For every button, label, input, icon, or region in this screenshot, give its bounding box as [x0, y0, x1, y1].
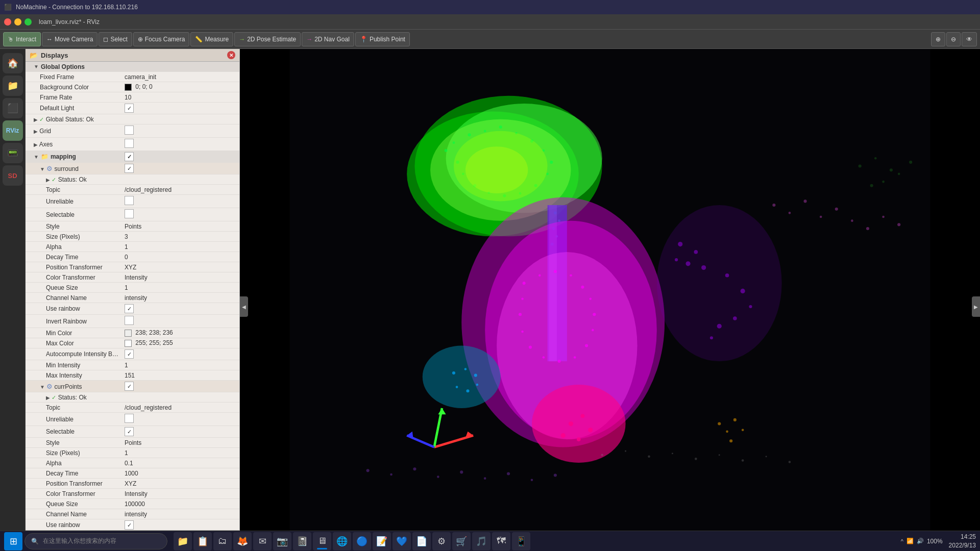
taskbar-app-browser2[interactable]: 🌐 [333, 532, 351, 550]
zoom-out-btn[interactable]: ⊖ [946, 32, 961, 46]
curr-size-value[interactable]: 1 [122, 449, 239, 457]
global-options-section[interactable]: ▼ Global Options [26, 62, 239, 72]
surround-max-intensity-value[interactable]: 151 [122, 371, 239, 380]
taskbar-app-file-mgr[interactable]: 🗂 [213, 532, 232, 550]
surround-alpha-value[interactable]: 1 [122, 243, 239, 251]
systray-speaker-icon[interactable]: 🔊 [917, 538, 924, 544]
taskbar-app-edge[interactable]: 🔵 [353, 532, 371, 550]
curr-pos-value[interactable]: XYZ [122, 480, 239, 488]
taskbar-app-settings[interactable]: ⚙ [432, 532, 451, 550]
window-close-btn[interactable] [4, 18, 11, 26]
surround-status-arrow[interactable]: ▶ [46, 177, 50, 183]
surround-selectable-checkbox[interactable] [125, 209, 134, 218]
surround-queue-value[interactable]: 1 [122, 284, 239, 292]
taskbar-app-store[interactable]: 🛒 [452, 532, 471, 550]
taskbar-app-music[interactable]: 🎵 [472, 532, 491, 550]
curr-alpha-value[interactable]: 0.1 [122, 459, 239, 467]
select-btn[interactable]: ◻ Select [99, 32, 132, 46]
currpoints-expand-arrow[interactable]: ▼ [40, 384, 45, 390]
surround-decay-value[interactable]: 0 [122, 253, 239, 261]
curr-style-value[interactable]: Points [122, 439, 239, 447]
measure-btn[interactable]: 📏 Measure [190, 32, 233, 46]
global-expand-arrow[interactable]: ▼ [34, 64, 39, 69]
currpoints-section[interactable]: ▼ ⚙ currPoints ✓ [26, 381, 239, 392]
surround-style-value[interactable]: Points [122, 222, 239, 231]
taskbar-app-phone[interactable]: 📱 [512, 532, 530, 550]
axes-row[interactable]: ▶ Axes [26, 138, 239, 151]
curr-topic-value[interactable]: /cloud_registered [122, 404, 239, 412]
displays-close-btn[interactable]: ✕ [227, 51, 235, 59]
taskbar-search[interactable]: 🔍 在这里输入你想搜索的内容 [24, 533, 167, 549]
taskbar-app-word[interactable]: 📄 [412, 532, 431, 550]
curr-rainbow-checkbox[interactable]: ✓ [125, 520, 134, 530]
app-icon-home[interactable]: 🏠 [3, 53, 23, 73]
taskbar-clock[interactable]: 14:25 2022/9/13 [949, 533, 976, 550]
app-icon-terminal2[interactable]: 📟 [3, 143, 23, 163]
curr-channel-value[interactable]: intensity [122, 510, 239, 518]
surround-rainbow-checkbox[interactable]: ✓ [125, 304, 134, 313]
surround-pos-value[interactable]: XYZ [122, 263, 239, 271]
mapping-section[interactable]: ▼ 📁 mapping ✓ [26, 151, 239, 163]
publish-point-btn[interactable]: 📍 Publish Point [355, 32, 410, 46]
curr-decay-value[interactable]: 1000 [122, 469, 239, 478]
surround-max-color-value[interactable]: 255; 255; 255 [122, 339, 239, 347]
default-light-value[interactable]: ✓ [122, 103, 239, 113]
app-icon-rviz[interactable]: RViz [3, 120, 23, 141]
taskbar-app-browser1[interactable]: 🦊 [233, 532, 252, 550]
surround-min-color-value[interactable]: 238; 238; 236 [122, 329, 239, 337]
curr-selectable-checkbox[interactable]: ✓ [125, 427, 134, 436]
move-camera-btn[interactable]: ↔ Move Camera [42, 32, 97, 46]
grid-checkbox[interactable] [125, 126, 134, 135]
grid-expand-arrow[interactable]: ▶ [34, 129, 38, 134]
taskbar-app-email[interactable]: ✉ [253, 532, 272, 550]
curr-queue-value[interactable]: 100000 [122, 500, 239, 508]
start-button[interactable]: ⊞ [4, 532, 22, 550]
curr-color-trans-value[interactable]: Intensity [122, 490, 239, 498]
surround-expand-arrow[interactable]: ▼ [40, 166, 45, 172]
app-icon-files[interactable]: 📁 [3, 76, 23, 96]
taskbar-app-notes[interactable]: 📓 [293, 532, 311, 550]
surround-topic-value[interactable]: /cloud_registered [122, 186, 239, 194]
mapping-checkbox[interactable]: ✓ [125, 152, 134, 161]
frame-rate-value[interactable]: 10 [122, 93, 239, 102]
surround-channel-value[interactable]: intensity [122, 294, 239, 302]
axes-expand-arrow[interactable]: ▶ [34, 142, 38, 147]
interact-btn[interactable]: 🖱 Interact [3, 32, 41, 46]
window-min-btn[interactable] [14, 18, 21, 26]
systray-expand-icon[interactable]: ^ [901, 538, 903, 544]
taskbar-app-vscode[interactable]: 💙 [393, 532, 411, 550]
surround-checkbox[interactable]: ✓ [125, 164, 134, 173]
fixed-frame-value[interactable]: camera_init [122, 73, 239, 81]
systray-battery-icon[interactable]: 100% [927, 538, 943, 545]
background-color-value[interactable]: 0; 0; 0 [122, 83, 239, 91]
systray-network-icon[interactable]: 📶 [906, 538, 914, 544]
focus-camera-btn[interactable]: ⊕ Focus Camera [133, 32, 190, 46]
surround-size-value[interactable]: 3 [122, 233, 239, 241]
curr-unreliable-checkbox[interactable] [125, 414, 134, 423]
taskbar-app-tasks[interactable]: 📋 [193, 532, 212, 550]
default-light-checkbox[interactable]: ✓ [125, 104, 134, 113]
taskbar-app-code[interactable]: 📝 [373, 532, 391, 550]
taskbar-app-files[interactable]: 📁 [174, 532, 192, 550]
right-panel-toggle[interactable]: ▶ [972, 296, 980, 317]
nav-goal-btn[interactable]: → 2D Nav Goal [302, 32, 354, 46]
pose-estimate-btn[interactable]: → 2D Pose Estimate [234, 32, 301, 46]
taskbar-app-maps[interactable]: 🗺 [492, 532, 510, 550]
status-expand-arrow[interactable]: ▶ [34, 117, 38, 122]
displays-scroll[interactable]: ▼ Global Options Fixed Frame camera_init… [26, 62, 239, 530]
view-options-btn[interactable]: 👁 [962, 32, 977, 46]
surround-unreliable-checkbox[interactable] [125, 196, 134, 205]
axes-checkbox[interactable] [125, 139, 134, 148]
surround-invert-checkbox[interactable] [125, 316, 134, 325]
surround-section[interactable]: ▼ ⚙ surround ✓ [26, 163, 239, 174]
currpoints-checkbox[interactable]: ✓ [125, 382, 134, 391]
zoom-fit-btn[interactable]: ⊕ [931, 32, 945, 46]
surround-min-intensity-value[interactable]: 1 [122, 361, 239, 369]
surround-autocompute-checkbox[interactable]: ✓ [125, 349, 134, 359]
3d-viewport[interactable]: ▶ [240, 49, 980, 551]
curr-status-arrow[interactable]: ▶ [46, 395, 50, 400]
left-panel-toggle[interactable]: ◀ [240, 296, 248, 317]
mapping-expand-arrow[interactable]: ▼ [34, 154, 39, 160]
global-status-row[interactable]: ▶ ✓ Global Status: Ok [26, 114, 239, 124]
app-icon-terminal[interactable]: ⬛ [3, 98, 23, 118]
